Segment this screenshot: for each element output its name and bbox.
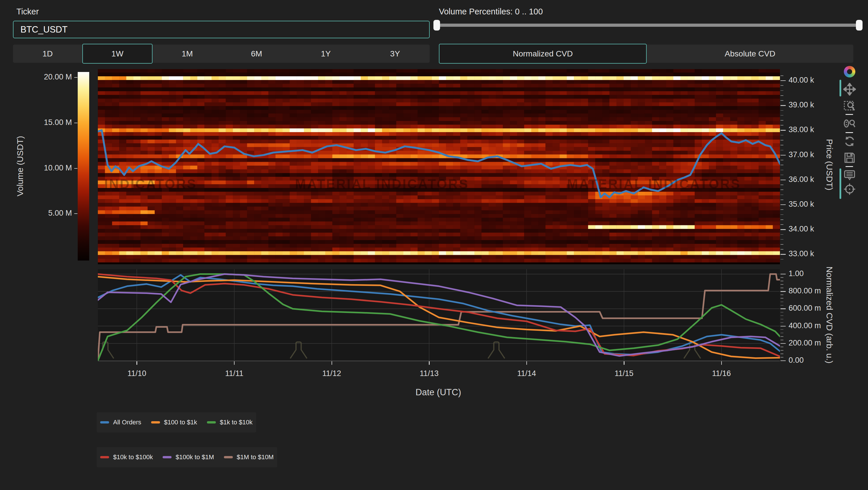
- cvd-axis-minor-tick: [780, 319, 783, 319]
- date-axis-tick-label: 11/14: [509, 369, 544, 378]
- modebar-button-save-plot[interactable]: [843, 151, 857, 165]
- price-axis-minor-tick: [780, 135, 783, 135]
- price-axis-minor-tick: [780, 185, 783, 185]
- volume-percentiles-label: Volume Percentiles: 0 .. 100: [439, 7, 543, 17]
- price-axis-minor-tick: [780, 194, 783, 195]
- cvd-axis-minor-tick: [780, 323, 783, 323]
- cvd-axis-minor-tick: [780, 281, 783, 281]
- box-zoom-icon: [843, 99, 856, 112]
- price-axis-minor-tick: [780, 110, 783, 111]
- ticker-input[interactable]: [13, 21, 430, 38]
- timeframe-button-1m[interactable]: 1M: [153, 44, 222, 63]
- price-axis-tick: [780, 130, 786, 130]
- modebar-active-indicator: [839, 80, 841, 96]
- scroll-zoom-icon: [843, 117, 856, 130]
- slider-handle-low[interactable]: [433, 20, 440, 31]
- legend-swatch: [224, 456, 233, 458]
- price-axis-minor-tick: [780, 95, 783, 96]
- volume-colorbar-tick: [74, 123, 78, 123]
- cvd-axis-minor-tick: [780, 336, 783, 337]
- price-axis-minor-tick: [780, 115, 783, 116]
- volume-heatmap-canvas[interactable]: [98, 69, 780, 264]
- volume-colorbar-tick-label: 10.00 M: [17, 163, 72, 173]
- cvd-axis-tick-label: 400.00 m: [788, 321, 821, 330]
- cvd-axis-tick: [780, 361, 786, 361]
- timeframe-button-group: 1D1W1M6M1Y3Y: [13, 44, 430, 63]
- cvd-mode-button-absolute-cvd[interactable]: Absolute CVD: [647, 44, 853, 63]
- legend-item-all-orders[interactable]: All Orders: [100, 419, 141, 426]
- cvd-axis-minor-tick: [780, 302, 783, 302]
- cvd-axis-minor-tick: [780, 340, 783, 340]
- cvd-axis-tick: [780, 308, 786, 309]
- legend-item--100-to-1k[interactable]: $100 to $1k: [151, 419, 197, 426]
- price-axis-minor-tick: [780, 175, 783, 175]
- timeframe-button-1y[interactable]: 1Y: [291, 44, 361, 63]
- price-axis-tick: [780, 105, 786, 106]
- date-axis-tick: [429, 361, 429, 365]
- price-axis-minor-tick: [780, 209, 783, 210]
- legend-item--1k-to-10k[interactable]: $1k to $10k: [207, 419, 253, 426]
- modebar-button-reset-axes[interactable]: [843, 134, 857, 148]
- price-axis-tick: [780, 80, 786, 81]
- volume-colorbar-tick: [74, 77, 78, 78]
- timeframe-button-1w[interactable]: 1W: [82, 44, 153, 64]
- price-axis-minor-tick: [780, 145, 783, 145]
- price-axis-minor-tick: [780, 200, 783, 200]
- cvd-axis-minor-tick: [780, 295, 783, 295]
- date-axis-tick-label: 11/10: [119, 369, 154, 378]
- plotly-logo-icon: [844, 66, 855, 78]
- date-axis-tick-label: 11/11: [217, 369, 251, 378]
- legend-swatch: [100, 456, 109, 458]
- date-axis-tick: [332, 361, 332, 365]
- hover-text-icon: [843, 169, 856, 181]
- price-axis-minor-tick: [780, 160, 783, 160]
- date-axis-tick: [721, 361, 722, 365]
- reset-axes-icon: [843, 135, 856, 148]
- price-axis-minor-tick: [780, 165, 783, 165]
- modebar-separator: [845, 132, 853, 133]
- cvd-series--100-to-1k: [98, 277, 780, 358]
- price-axis-minor-tick: [780, 189, 783, 190]
- price-axis-tick-label: 35.00 k: [788, 200, 814, 209]
- volume-percentile-slider-track[interactable]: [435, 24, 861, 27]
- price-axis-minor-tick: [780, 224, 783, 225]
- date-axis-tick: [624, 361, 624, 365]
- cvd-axis-minor-tick: [780, 333, 783, 333]
- price-axis-tick-label: 34.00 k: [788, 224, 814, 234]
- legend-item--1m-to-10m[interactable]: $1M to $10M: [224, 454, 274, 461]
- cvd-mode-button-group: Normalized CVDAbsolute CVD: [439, 44, 853, 63]
- date-axis-tick-label: 11/12: [315, 369, 349, 378]
- cvd-axis-tick-label: 1.00: [788, 269, 804, 278]
- cvd-plot-area[interactable]: [98, 269, 780, 361]
- date-axis-title: Date (UTC): [415, 387, 461, 398]
- cvd-axis-minor-tick: [780, 287, 783, 288]
- date-axis-tick-label: 11/13: [412, 369, 446, 378]
- cvd-line-chart: [98, 269, 780, 361]
- legend-label: All Orders: [113, 419, 141, 426]
- price-axis-minor-tick: [780, 100, 783, 101]
- timeframe-button-1d[interactable]: 1D: [13, 44, 82, 63]
- legend-item--10k-to-100k[interactable]: $10k to $100k: [100, 454, 153, 461]
- x-axis-line: [98, 361, 780, 361]
- volume-colorbar-tick-label: 5.00 M: [17, 209, 72, 218]
- ghost-mark: [290, 342, 307, 359]
- date-axis-tick-label: 11/15: [607, 369, 641, 378]
- modebar-button-plotly-logo[interactable]: [843, 65, 857, 79]
- modebar-button-toggle-hover-text[interactable]: [843, 168, 857, 182]
- price-axis-minor-tick: [780, 259, 783, 260]
- slider-handle-high[interactable]: [856, 20, 863, 31]
- legend-item--100k-to-1m[interactable]: $100k to $1M: [163, 454, 214, 461]
- modebar-button-box-zoom[interactable]: [843, 99, 857, 113]
- price-axis-tick-label: 37.00 k: [788, 150, 814, 159]
- timeframe-button-6m[interactable]: 6M: [222, 44, 291, 63]
- price-axis-minor-tick: [780, 214, 783, 215]
- cvd-mode-button-normalized-cvd[interactable]: Normalized CVD: [439, 44, 647, 64]
- modebar-button-pan[interactable]: [843, 82, 857, 96]
- legend-label: $1k to $10k: [220, 419, 253, 426]
- legend-label: $1M to $10M: [237, 454, 274, 461]
- cvd-axis-tick: [780, 274, 786, 274]
- modebar-button-scroll-zoom[interactable]: [843, 117, 857, 130]
- modebar-button-toggle-spike-lines[interactable]: [843, 182, 857, 196]
- cvd-axis-tick-label: 200.00 m: [788, 339, 821, 347]
- timeframe-button-3y[interactable]: 3Y: [360, 44, 430, 63]
